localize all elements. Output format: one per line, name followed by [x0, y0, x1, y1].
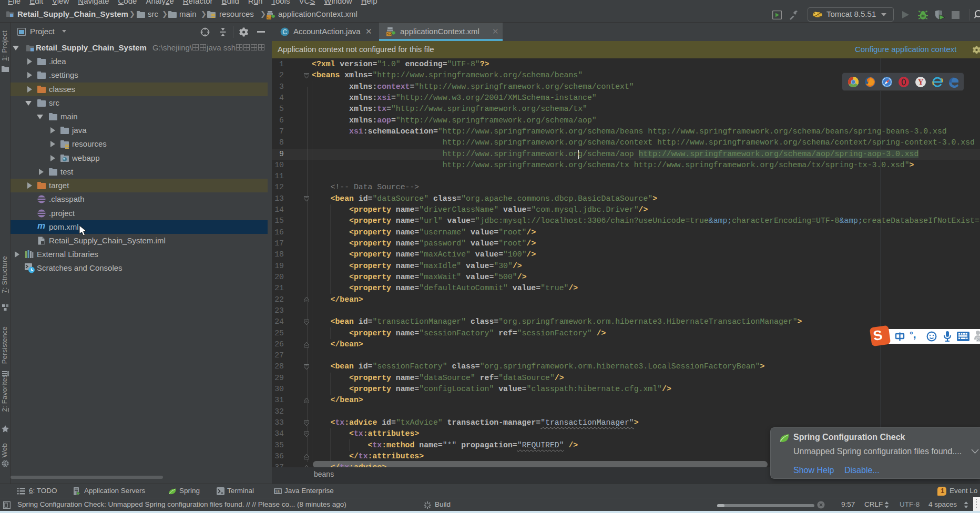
- svg-text:EE: EE: [275, 489, 280, 493]
- svg-text:20: 20: [977, 338, 980, 342]
- svg-text:<>: <>: [267, 15, 272, 20]
- svg-text:C: C: [283, 28, 288, 36]
- svg-text:<>: <>: [387, 32, 392, 36]
